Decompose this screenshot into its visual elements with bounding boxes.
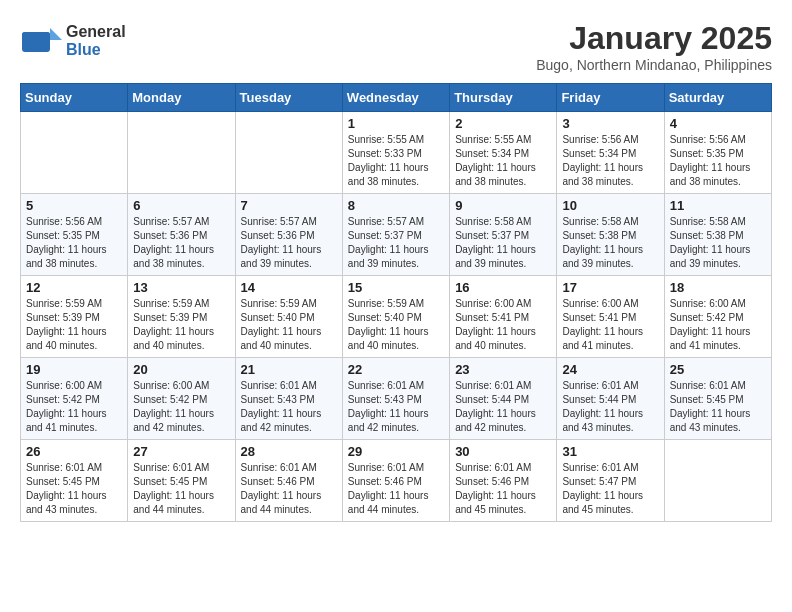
logo-general-text: General [66, 23, 126, 41]
day-info: Sunrise: 6:01 AMSunset: 5:43 PMDaylight:… [241, 379, 337, 435]
calendar-week-row: 12Sunrise: 5:59 AMSunset: 5:39 PMDayligh… [21, 276, 772, 358]
calendar-day-cell [128, 112, 235, 194]
calendar-day-cell: 20Sunrise: 6:00 AMSunset: 5:42 PMDayligh… [128, 358, 235, 440]
calendar-table: SundayMondayTuesdayWednesdayThursdayFrid… [20, 83, 772, 522]
calendar-day-cell: 30Sunrise: 6:01 AMSunset: 5:46 PMDayligh… [450, 440, 557, 522]
day-info: Sunrise: 5:57 AMSunset: 5:36 PMDaylight:… [241, 215, 337, 271]
day-number: 26 [26, 444, 122, 459]
day-info: Sunrise: 6:01 AMSunset: 5:45 PMDaylight:… [26, 461, 122, 517]
day-number: 9 [455, 198, 551, 213]
calendar-day-cell: 31Sunrise: 6:01 AMSunset: 5:47 PMDayligh… [557, 440, 664, 522]
day-info: Sunrise: 5:59 AMSunset: 5:40 PMDaylight:… [241, 297, 337, 353]
svg-rect-1 [22, 32, 50, 42]
calendar-day-cell: 14Sunrise: 5:59 AMSunset: 5:40 PMDayligh… [235, 276, 342, 358]
calendar-day-cell: 7Sunrise: 5:57 AMSunset: 5:36 PMDaylight… [235, 194, 342, 276]
day-number: 20 [133, 362, 229, 377]
day-number: 12 [26, 280, 122, 295]
calendar-day-cell: 21Sunrise: 6:01 AMSunset: 5:43 PMDayligh… [235, 358, 342, 440]
calendar-day-cell: 13Sunrise: 5:59 AMSunset: 5:39 PMDayligh… [128, 276, 235, 358]
day-info: Sunrise: 6:01 AMSunset: 5:46 PMDaylight:… [348, 461, 444, 517]
day-info: Sunrise: 6:01 AMSunset: 5:46 PMDaylight:… [455, 461, 551, 517]
day-info: Sunrise: 6:01 AMSunset: 5:47 PMDaylight:… [562, 461, 658, 517]
day-number: 7 [241, 198, 337, 213]
day-number: 3 [562, 116, 658, 131]
calendar-day-cell: 15Sunrise: 5:59 AMSunset: 5:40 PMDayligh… [342, 276, 449, 358]
day-number: 30 [455, 444, 551, 459]
day-info: Sunrise: 6:01 AMSunset: 5:44 PMDaylight:… [562, 379, 658, 435]
day-number: 21 [241, 362, 337, 377]
day-number: 4 [670, 116, 766, 131]
calendar-day-header: Sunday [21, 84, 128, 112]
logo-blue-text: Blue [66, 41, 126, 59]
title-area: January 2025 Bugo, Northern Mindanao, Ph… [536, 20, 772, 73]
day-info: Sunrise: 6:01 AMSunset: 5:44 PMDaylight:… [455, 379, 551, 435]
day-info: Sunrise: 5:56 AMSunset: 5:35 PMDaylight:… [26, 215, 122, 271]
day-number: 17 [562, 280, 658, 295]
calendar-day-cell [235, 112, 342, 194]
day-number: 15 [348, 280, 444, 295]
calendar-day-cell: 4Sunrise: 5:56 AMSunset: 5:35 PMDaylight… [664, 112, 771, 194]
calendar-day-cell: 29Sunrise: 6:01 AMSunset: 5:46 PMDayligh… [342, 440, 449, 522]
calendar-day-cell: 6Sunrise: 5:57 AMSunset: 5:36 PMDaylight… [128, 194, 235, 276]
month-title: January 2025 [536, 20, 772, 57]
calendar-day-cell: 12Sunrise: 5:59 AMSunset: 5:39 PMDayligh… [21, 276, 128, 358]
calendar-day-cell: 19Sunrise: 6:00 AMSunset: 5:42 PMDayligh… [21, 358, 128, 440]
day-info: Sunrise: 5:56 AMSunset: 5:35 PMDaylight:… [670, 133, 766, 189]
day-info: Sunrise: 5:58 AMSunset: 5:38 PMDaylight:… [670, 215, 766, 271]
day-info: Sunrise: 6:00 AMSunset: 5:42 PMDaylight:… [26, 379, 122, 435]
day-info: Sunrise: 6:00 AMSunset: 5:41 PMDaylight:… [455, 297, 551, 353]
calendar-day-header: Tuesday [235, 84, 342, 112]
day-number: 8 [348, 198, 444, 213]
day-number: 22 [348, 362, 444, 377]
svg-marker-2 [50, 28, 62, 40]
day-info: Sunrise: 5:59 AMSunset: 5:39 PMDaylight:… [133, 297, 229, 353]
day-number: 27 [133, 444, 229, 459]
day-number: 10 [562, 198, 658, 213]
day-number: 11 [670, 198, 766, 213]
calendar-day-header: Saturday [664, 84, 771, 112]
day-info: Sunrise: 5:55 AMSunset: 5:34 PMDaylight:… [455, 133, 551, 189]
day-info: Sunrise: 5:59 AMSunset: 5:39 PMDaylight:… [26, 297, 122, 353]
day-number: 19 [26, 362, 122, 377]
calendar-day-header: Wednesday [342, 84, 449, 112]
calendar-day-cell: 24Sunrise: 6:01 AMSunset: 5:44 PMDayligh… [557, 358, 664, 440]
calendar-day-cell: 11Sunrise: 5:58 AMSunset: 5:38 PMDayligh… [664, 194, 771, 276]
calendar-day-cell: 27Sunrise: 6:01 AMSunset: 5:45 PMDayligh… [128, 440, 235, 522]
calendar-day-cell: 1Sunrise: 5:55 AMSunset: 5:33 PMDaylight… [342, 112, 449, 194]
location-title: Bugo, Northern Mindanao, Philippines [536, 57, 772, 73]
day-number: 25 [670, 362, 766, 377]
calendar-day-cell: 25Sunrise: 6:01 AMSunset: 5:45 PMDayligh… [664, 358, 771, 440]
calendar-week-row: 5Sunrise: 5:56 AMSunset: 5:35 PMDaylight… [21, 194, 772, 276]
calendar-header-row: SundayMondayTuesdayWednesdayThursdayFrid… [21, 84, 772, 112]
day-info: Sunrise: 5:57 AMSunset: 5:36 PMDaylight:… [133, 215, 229, 271]
day-info: Sunrise: 6:01 AMSunset: 5:45 PMDaylight:… [670, 379, 766, 435]
calendar-day-cell: 18Sunrise: 6:00 AMSunset: 5:42 PMDayligh… [664, 276, 771, 358]
logo-icon [20, 20, 62, 62]
calendar-day-cell: 26Sunrise: 6:01 AMSunset: 5:45 PMDayligh… [21, 440, 128, 522]
day-number: 2 [455, 116, 551, 131]
day-number: 28 [241, 444, 337, 459]
day-number: 14 [241, 280, 337, 295]
calendar-day-cell: 8Sunrise: 5:57 AMSunset: 5:37 PMDaylight… [342, 194, 449, 276]
day-info: Sunrise: 5:59 AMSunset: 5:40 PMDaylight:… [348, 297, 444, 353]
day-number: 29 [348, 444, 444, 459]
calendar-day-cell: 22Sunrise: 6:01 AMSunset: 5:43 PMDayligh… [342, 358, 449, 440]
calendar-day-cell: 16Sunrise: 6:00 AMSunset: 5:41 PMDayligh… [450, 276, 557, 358]
calendar-day-cell: 23Sunrise: 6:01 AMSunset: 5:44 PMDayligh… [450, 358, 557, 440]
day-info: Sunrise: 6:01 AMSunset: 5:46 PMDaylight:… [241, 461, 337, 517]
day-number: 18 [670, 280, 766, 295]
calendar-day-header: Monday [128, 84, 235, 112]
day-info: Sunrise: 5:55 AMSunset: 5:33 PMDaylight:… [348, 133, 444, 189]
calendar-day-cell: 28Sunrise: 6:01 AMSunset: 5:46 PMDayligh… [235, 440, 342, 522]
day-info: Sunrise: 5:58 AMSunset: 5:37 PMDaylight:… [455, 215, 551, 271]
day-info: Sunrise: 6:01 AMSunset: 5:43 PMDaylight:… [348, 379, 444, 435]
calendar-day-cell: 10Sunrise: 5:58 AMSunset: 5:38 PMDayligh… [557, 194, 664, 276]
calendar-day-header: Friday [557, 84, 664, 112]
day-info: Sunrise: 6:00 AMSunset: 5:42 PMDaylight:… [133, 379, 229, 435]
day-number: 13 [133, 280, 229, 295]
day-info: Sunrise: 5:56 AMSunset: 5:34 PMDaylight:… [562, 133, 658, 189]
calendar-day-cell: 9Sunrise: 5:58 AMSunset: 5:37 PMDaylight… [450, 194, 557, 276]
day-number: 6 [133, 198, 229, 213]
day-number: 24 [562, 362, 658, 377]
calendar-day-cell: 5Sunrise: 5:56 AMSunset: 5:35 PMDaylight… [21, 194, 128, 276]
